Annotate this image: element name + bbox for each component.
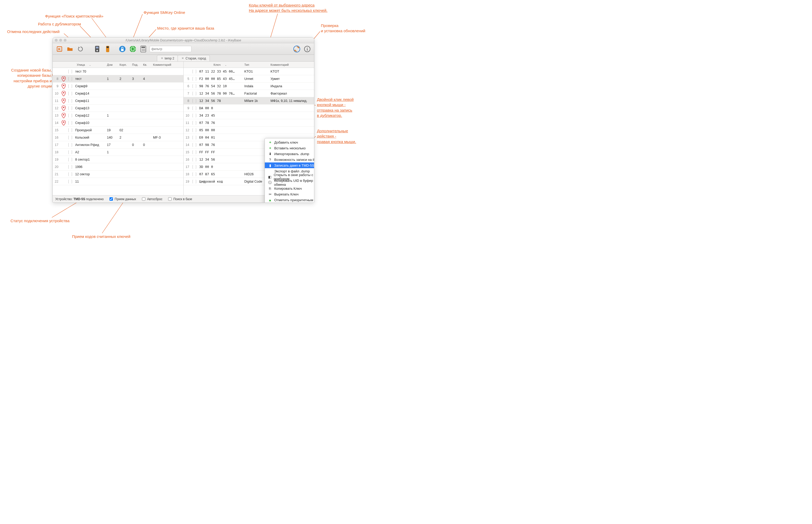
callout-keycodes: Коды ключей от выбранного адреса На адре… [249,3,327,13]
context-menu-item[interactable]: ▮Записать дамп в TMD-5S [265,162,314,168]
filter-input[interactable] [150,46,192,52]
col-comment[interactable]: Комментарий [151,63,183,66]
context-menu-item[interactable]: ＋Вставить несколько [265,145,314,151]
context-menu-item[interactable]: ✂︎Вырезать Ключ [265,191,314,197]
table-row[interactable]: 5F2 00 00 85 43 45…UrmetУрмет [184,75,314,83]
table-row[interactable]: 2112 сектор [53,170,183,178]
svg-rect-21 [121,49,123,51]
callout-newdb: Создание новой базы, копирование базы, н… [0,68,52,89]
table-row[interactable]: 9Сервф9 [53,83,183,90]
svg-point-22 [130,46,136,52]
duplicator-variant-button[interactable] [103,45,112,53]
context-menu-item[interactable]: ＋Добавить ключ [265,140,314,145]
svg-point-37 [63,85,64,86]
addresses-header: Улица⌄ Дом Корп. Под. Кв. Комментарий [53,62,183,68]
callout-connstatus: Статус подключения устройства [11,218,69,224]
svg-point-27 [142,49,143,50]
callout-rmb: Дополнительные действия - правая кнопка … [317,128,356,144]
col-house[interactable]: Дом [105,63,118,66]
table-row[interactable]: 16Кольский1402MF-3 [53,134,183,141]
table-row[interactable]: 1205 00 00 [184,127,314,134]
table-row[interactable]: 13Сераф121 [53,112,183,119]
svg-point-29 [145,49,145,50]
col-key[interactable]: Ключ⌄ [198,63,243,66]
table-row[interactable]: 15Проездной1902 [53,127,183,134]
svg-point-39 [63,99,64,101]
titlebar: /Users/sk/Library/Mobile Documents/com~a… [53,37,314,43]
check-updates-button[interactable] [293,45,301,53]
close-icon[interactable]: ✕ [161,56,163,60]
tab-staraya-gorod[interactable]: ✕Старая, город [178,55,210,61]
table-row[interactable]: 198 сектор1 [53,156,183,163]
table-row[interactable]: 1034 23 45 [184,112,314,119]
svg-point-36 [63,77,64,79]
context-menu-item[interactable]: ▲Отметить приоритетным [265,197,314,203]
table-row[interactable]: 201996 [53,163,183,170]
table-row[interactable]: 2211 [53,178,183,185]
table-row[interactable]: 10Сервф14 [53,90,183,97]
tab-temp2[interactable]: ✕temp 2 [157,55,178,61]
search-db-checkbox[interactable]: Поиск в базе [167,197,192,201]
app-window: /Users/sk/Library/Mobile Documents/com~a… [52,37,314,203]
svg-point-30 [142,50,143,51]
svg-rect-18 [106,46,109,48]
autoreset-checkbox[interactable]: Автосброс [141,197,162,201]
callout-search: Функция «Поиск криптоключей» [45,14,103,19]
close-icon[interactable]: ✕ [182,56,184,60]
duplicator-button[interactable] [93,45,101,53]
table-row[interactable]: 712 34 56 78 90 76…FactorialФакториал [184,90,314,97]
col-key-comment[interactable]: Комментарий [269,63,314,66]
key-context-menu: ＋Добавить ключ＋Вставить несколько⬇︎Импор… [265,138,314,203]
svg-point-16 [96,50,98,51]
window-title-path: /Users/sk/Library/Mobile Documents/com~a… [126,38,241,42]
col-type[interactable]: Тип [243,63,269,66]
callout-dblclick: Двойной клик левой кнопкой мыши - отправ… [317,97,354,118]
table-row[interactable]: 9DA 00 0 [184,104,314,112]
window-controls[interactable] [55,39,67,42]
table-row[interactable]: 11Сервф11 [53,97,183,104]
menu-button[interactable]: K [55,45,64,53]
col-street[interactable]: Улица⌄ [73,63,105,66]
callout-duplicator: Работа с дубликатором [38,21,81,27]
context-menu-item[interactable]: ⬇︎Импортировать .dump [265,151,314,157]
svg-point-40 [63,107,64,108]
svg-rect-26 [142,47,145,48]
tabbar: ✕temp 2 ✕Старая, город [53,55,314,62]
receive-data-checkbox[interactable]: Прием данных [109,197,136,201]
table-row[interactable]: тест 70 [53,68,183,75]
table-row[interactable]: 07 11 22 33 45 00…KTO1KTOT [184,68,314,75]
svg-point-38 [63,92,64,93]
svg-line-10 [52,202,78,217]
toolbar: K i [53,43,314,55]
keys-header: Ключ⌄ Тип Комментарий [184,62,314,68]
table-row[interactable]: 698 76 54 32 10IndalaИндала [184,83,314,90]
smkey-online-button[interactable] [129,45,137,53]
table-row[interactable]: 17Антиклон Рфид1700 [53,141,183,149]
device-status: Устройство: TMD-5S подключено [55,197,104,201]
search-cryptokeys-button[interactable] [118,45,127,53]
callout-update: Проверка и установка обновлений [321,23,365,34]
table-row[interactable]: 12Сераф13 [53,104,183,112]
callout-receiving: Прием кодов считанных ключей [72,234,130,239]
svg-point-42 [63,121,64,122]
svg-line-11 [102,202,123,233]
svg-point-28 [143,49,144,50]
svg-text:K: K [58,47,61,51]
context-menu-item[interactable]: ⓘКопировать UID в буфер обмена [265,180,314,185]
table-row[interactable]: 14Сераф10 [53,119,183,127]
svg-rect-15 [96,47,99,48]
open-folder-button[interactable] [66,45,74,53]
undo-button[interactable] [76,45,85,53]
table-row[interactable]: 8тест1234 [53,75,183,83]
callout-undo: Отмена последних действий [7,29,60,34]
col-pod[interactable]: Под. [130,63,142,66]
info-button[interactable]: i [303,45,312,53]
table-row[interactable]: 1107 78 76 [184,119,314,127]
table-row[interactable]: 18А21 [53,149,183,156]
col-korp[interactable]: Корп. [118,63,130,66]
calculator-button[interactable] [139,45,148,53]
context-menu-item[interactable]: ?Возможность записи на iMF [265,157,314,162]
col-kv[interactable]: Кв. [142,63,151,66]
table-row[interactable]: 812 34 56 78Mifare 1kМФ1к, 9,10, 11 нева… [184,97,314,104]
addresses-pane: Улица⌄ Дом Корп. Под. Кв. Комментарий те… [53,62,184,195]
